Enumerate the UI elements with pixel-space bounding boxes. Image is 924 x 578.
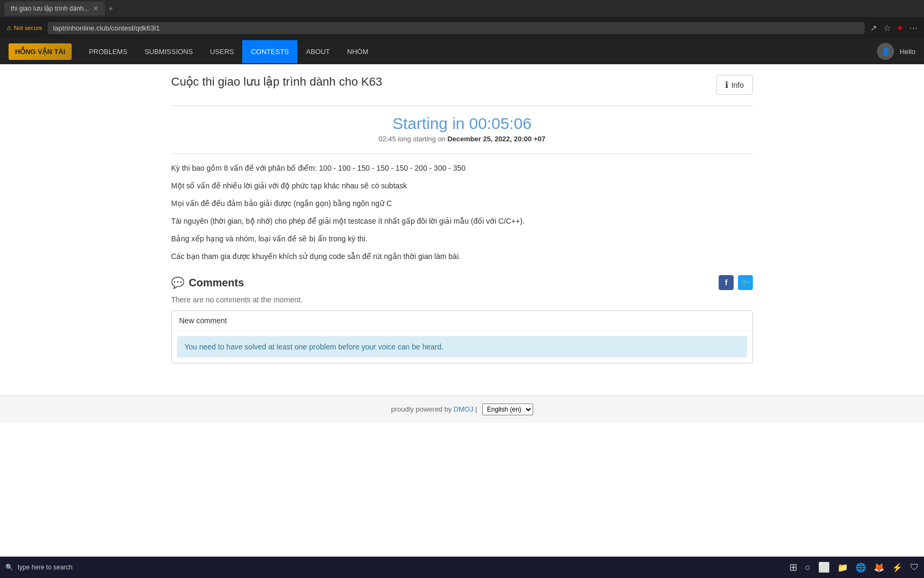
contest-header: Cuộc thi giao lưu lập trình dành cho K63… [171, 75, 753, 95]
extension-icon[interactable]: ● [897, 23, 903, 33]
description-list: Kỳ thi bao gồm 8 vấn đề với phân bố điểm… [171, 163, 753, 262]
social-icons: f 🐦 [719, 275, 753, 290]
navbar: HỒNG VẬN TÀI PROBLEMS SUBMISSIONS USERS … [0, 39, 924, 64]
desc-item-4: Tài nguyên (thời gian, bộ nhớ) cho phép … [171, 216, 753, 227]
timer-display: Starting in 00:05:06 [171, 115, 753, 133]
comment-notice: You need to have solved at least one pro… [177, 336, 747, 358]
twitter-icon[interactable]: 🐦 [738, 275, 753, 290]
desc-item-5: Bảng xếp hạng và nhóm, loại vấn đề sẽ bị… [171, 233, 753, 245]
info-icon: ℹ [725, 80, 728, 90]
nav-contests[interactable]: CONTESTS [242, 40, 297, 63]
nav-users[interactable]: USERS [202, 40, 243, 63]
info-button[interactable]: ℹ Info [716, 75, 753, 95]
nav-problems[interactable]: PROBLEMS [80, 40, 136, 63]
share-icon[interactable]: ↗ [870, 23, 877, 33]
contest-title: Cuộc thi giao lưu lập trình dành cho K63 [171, 75, 382, 89]
url-bar[interactable]: laptrinhonline.club/contest/qdk63l1 [48, 22, 865, 34]
greeting-text: Hello [899, 48, 915, 56]
navbar-right: 👤 Hello [877, 43, 915, 60]
comments-title: 💬 Comments [171, 276, 244, 289]
nav-about[interactable]: ABOUT [297, 40, 338, 63]
timer-section: Starting in 00:05:06 02:45 long starting… [171, 115, 753, 143]
main-container: Cuộc thi giao lưu lập trình dành cho K63… [163, 64, 761, 374]
divider-mid [171, 154, 753, 154]
more-icon[interactable]: ⋯ [909, 23, 918, 33]
tab-close-icon[interactable]: ✕ [93, 5, 98, 12]
footer: proudly powered by DMOJ | English (en) [0, 396, 924, 423]
language-select[interactable]: English (en) [482, 404, 533, 415]
navbar-links: PROBLEMS SUBMISSIONS USERS CONTESTS ABOU… [80, 40, 877, 63]
divider-top [171, 105, 753, 106]
footer-brand[interactable]: DMOJ [453, 405, 473, 413]
desc-item-1: Kỳ thi bao gồm 8 vấn đề với phân bố điểm… [171, 163, 753, 174]
browser-addressbar: ⚠ Not secure laptrinhonline.club/contest… [0, 17, 924, 39]
browser-action-icons: ↗ ☆ ● ⋯ [870, 23, 918, 33]
new-tab-icon[interactable]: ＋ [107, 4, 114, 13]
desc-item-2: Một số vấn đề nhiều lời giải với độ phức… [171, 180, 753, 192]
browser-tab[interactable]: thi giao lưu lập trình dành... ✕ [4, 2, 105, 16]
desc-item-3: Mọi vấn đề đều đảm bảo giải được (ngắn g… [171, 198, 753, 209]
avatar[interactable]: 👤 [877, 43, 894, 60]
security-warning: ⚠ Not secure [6, 25, 42, 32]
timer-subtext: 02:45 long starting on December 25, 2022… [171, 135, 753, 143]
new-comment-box: New comment You need to have solved at l… [171, 310, 753, 363]
no-comments-text: There are no comments at the moment. [171, 295, 753, 304]
bookmark-icon[interactable]: ☆ [883, 23, 891, 33]
comments-icon: 💬 [171, 276, 184, 289]
new-comment-title: New comment [172, 311, 752, 331]
facebook-icon[interactable]: f [719, 275, 734, 290]
tab-title: thi giao lưu lập trình dành... [11, 5, 89, 12]
desc-item-6: Các bạn tham gia được khuyến khích sử dụ… [171, 251, 753, 262]
comments-header: 💬 Comments f 🐦 [171, 275, 753, 290]
footer-text: proudly powered by [391, 405, 451, 413]
nav-nhom[interactable]: NHÓM [338, 40, 377, 63]
warning-icon: ⚠ [6, 25, 12, 32]
nav-submissions[interactable]: SUBMISSIONS [136, 40, 201, 63]
navbar-brand[interactable]: HỒNG VẬN TÀI [9, 43, 72, 60]
browser-titlebar: thi giao lưu lập trình dành... ✕ ＋ [0, 0, 924, 17]
